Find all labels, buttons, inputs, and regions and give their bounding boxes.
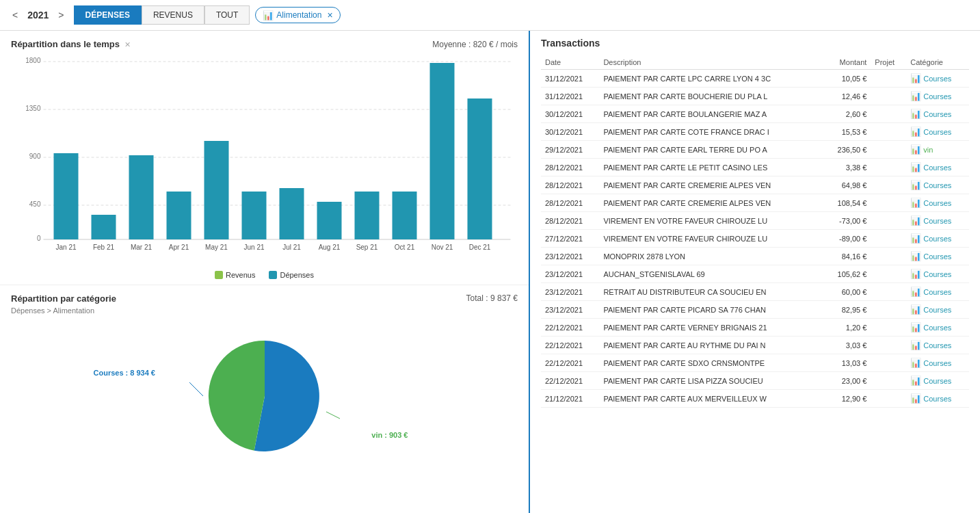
- cat-label: Courses: [923, 217, 951, 225]
- cat-label: Courses: [923, 110, 951, 118]
- cell-montant: 84,16 €: [823, 248, 871, 265]
- table-row[interactable]: 28/12/2021 PAIEMENT PAR CARTE CREMERIE A…: [541, 194, 969, 212]
- table-row[interactable]: 22/12/2021 PAIEMENT PAR CARTE AU RYTHME …: [541, 337, 969, 354]
- cell-montant: 82,95 €: [823, 301, 871, 319]
- table-row[interactable]: 31/12/2021 PAIEMENT PAR CARTE BOUCHERIE …: [541, 88, 969, 105]
- cell-description: PAIEMENT PAR CARTE EARL TERRE DU PO A: [599, 141, 823, 159]
- cat-chart-icon: 📊: [910, 127, 921, 137]
- cat-chart-icon: 📊: [910, 376, 921, 386]
- table-row[interactable]: 23/12/2021 MONOPRIX 2878 LYON 84,16 € 📊 …: [541, 248, 969, 265]
- table-row[interactable]: 22/12/2021 PAIEMENT PAR CARTE LISA PIZZA…: [541, 372, 969, 390]
- tab-revenus[interactable]: REVENUS: [142, 5, 204, 25]
- table-row[interactable]: 27/12/2021 VIREMENT EN VOTRE FAVEUR CHIR…: [541, 230, 969, 248]
- pie-chart-wrapper: Courses : 8 934 €: [203, 334, 326, 460]
- cell-description: PAIEMENT PAR CARTE LPC CARRE LYON 4 3C: [599, 70, 823, 88]
- tab-tout[interactable]: TOUT: [204, 5, 250, 25]
- filter-chip-close[interactable]: ×: [327, 10, 332, 21]
- svg-text:1800: 1800: [25, 57, 41, 64]
- svg-text:Nov 21: Nov 21: [432, 244, 453, 251]
- cell-projet: [871, 301, 906, 319]
- next-year-button[interactable]: >: [54, 8, 68, 22]
- svg-text:Feb 21: Feb 21: [93, 244, 115, 251]
- cell-categorie: 📊 Courses: [906, 88, 969, 105]
- table-row[interactable]: 22/12/2021 PAIEMENT PAR CARTE VERNEY BRI…: [541, 319, 969, 337]
- cell-montant: 13,03 €: [823, 354, 871, 372]
- cell-projet: [871, 105, 906, 123]
- col-montant: Montant: [823, 55, 871, 70]
- cell-date: 23/12/2021: [541, 265, 599, 283]
- cat-chart-icon: 📊: [910, 233, 921, 244]
- svg-text:0: 0: [37, 235, 41, 242]
- cell-categorie: 📊 Courses: [906, 283, 969, 301]
- cell-description: MONOPRIX 2878 LYON: [599, 248, 823, 265]
- table-row[interactable]: 28/12/2021 VIREMENT EN VOTRE FAVEUR CHIR…: [541, 212, 969, 230]
- cell-categorie: 📊 Courses: [906, 354, 969, 372]
- year-label: 2021: [27, 10, 49, 21]
- table-row[interactable]: 31/12/2021 PAIEMENT PAR CARTE LPC CARRE …: [541, 70, 969, 88]
- cat-chart-icon: 📊: [910, 322, 921, 332]
- cell-date: 22/12/2021: [541, 372, 599, 390]
- cat-label: Courses: [923, 377, 951, 385]
- filter-chip-alimentation[interactable]: 📊 Alimentation ×: [255, 7, 340, 23]
- svg-text:May 21: May 21: [205, 244, 228, 251]
- svg-rect-13: [167, 192, 191, 239]
- cell-projet: [871, 176, 906, 194]
- cat-chart-icon: 📊: [910, 73, 921, 83]
- col-description: Description: [599, 55, 823, 70]
- svg-line-35: [326, 412, 340, 419]
- cell-description: PAIEMENT PAR CARTE CREMERIE ALPES VEN: [599, 194, 823, 212]
- svg-text:Jun 21: Jun 21: [243, 244, 264, 251]
- table-row[interactable]: 23/12/2021 RETRAIT AU DISTRIBUTEUR CA SO…: [541, 283, 969, 301]
- cat-label: Courses: [923, 306, 951, 314]
- table-row[interactable]: 28/12/2021 PAIEMENT PAR CARTE CREMERIE A…: [541, 176, 969, 194]
- cell-montant: 105,62 €: [823, 265, 871, 283]
- table-row[interactable]: 23/12/2021 AUCHAN_STGENISLAVAL 69 105,62…: [541, 265, 969, 283]
- cat-label: Courses: [923, 324, 951, 332]
- table-row[interactable]: 29/12/2021 PAIEMENT PAR CARTE EARL TERRE…: [541, 141, 969, 159]
- table-row[interactable]: 30/12/2021 PAIEMENT PAR CARTE BOULANGERI…: [541, 105, 969, 123]
- category-title: Répartition par catégorie: [11, 293, 116, 304]
- cell-description: PAIEMENT PAR CARTE COTE FRANCE DRAC I: [599, 123, 823, 141]
- cell-description: PAIEMENT PAR CARTE BOUCHERIE DU PLA L: [599, 88, 823, 105]
- cell-categorie: 📊 Courses: [906, 194, 969, 212]
- cell-montant: 108,54 €: [823, 194, 871, 212]
- cat-chart-icon: 📊: [910, 358, 921, 368]
- cat-label: Courses: [923, 359, 951, 367]
- cell-projet: [871, 265, 906, 283]
- cell-date: 28/12/2021: [541, 176, 599, 194]
- cell-date: 22/12/2021: [541, 354, 599, 372]
- cell-date: 23/12/2021: [541, 248, 599, 265]
- cat-label: Courses: [923, 270, 951, 278]
- cell-categorie: 📊 vin: [906, 141, 969, 159]
- bar-chart: 1800 1350 900 450 0: [11, 55, 518, 267]
- svg-rect-11: [92, 215, 116, 239]
- table-row[interactable]: 28/12/2021 PAIEMENT PAR CARTE LE PETIT C…: [541, 159, 969, 176]
- svg-text:Mar 21: Mar 21: [131, 244, 153, 251]
- table-row[interactable]: 21/12/2021 PAIEMENT PAR CARTE AUX MERVEI…: [541, 390, 969, 408]
- table-row[interactable]: 30/12/2021 PAIEMENT PAR CARTE COTE FRANC…: [541, 123, 969, 141]
- pie-svg: [203, 334, 326, 458]
- cell-categorie: 📊 Courses: [906, 265, 969, 283]
- legend-depenses-dot: [269, 271, 277, 279]
- cell-montant: 15,53 €: [823, 123, 871, 141]
- cell-description: AUCHAN_STGENISLAVAL 69: [599, 265, 823, 283]
- tab-depenses[interactable]: DÉPENSES: [74, 5, 142, 25]
- cell-projet: [871, 230, 906, 248]
- bar-chart-svg: 1800 1350 900 450 0: [11, 55, 518, 267]
- svg-rect-18: [355, 192, 380, 239]
- cell-montant: 2,60 €: [823, 105, 871, 123]
- chart-title-group: Répartition dans le temps ✕: [11, 39, 131, 49]
- cell-description: PAIEMENT PAR CARTE AUX MERVEILLEUX W: [599, 390, 823, 408]
- svg-text:1350: 1350: [25, 105, 41, 112]
- svg-text:Jul 21: Jul 21: [282, 244, 301, 251]
- cell-categorie: 📊 Courses: [906, 301, 969, 319]
- svg-text:Sep 21: Sep 21: [356, 244, 378, 251]
- svg-text:Dec 21: Dec 21: [469, 244, 491, 251]
- prev-year-button[interactable]: <: [8, 8, 22, 22]
- table-row[interactable]: 23/12/2021 PAIEMENT PAR CARTE PICARD SA …: [541, 301, 969, 319]
- cell-categorie: 📊 Courses: [906, 212, 969, 230]
- table-row[interactable]: 22/12/2021 PAIEMENT PAR CARTE SDXO CRNSM…: [541, 354, 969, 372]
- col-categorie: Catégorie: [906, 55, 969, 70]
- cell-date: 21/12/2021: [541, 390, 599, 408]
- pie-chart-container: Courses : 8 934 €: [11, 328, 518, 465]
